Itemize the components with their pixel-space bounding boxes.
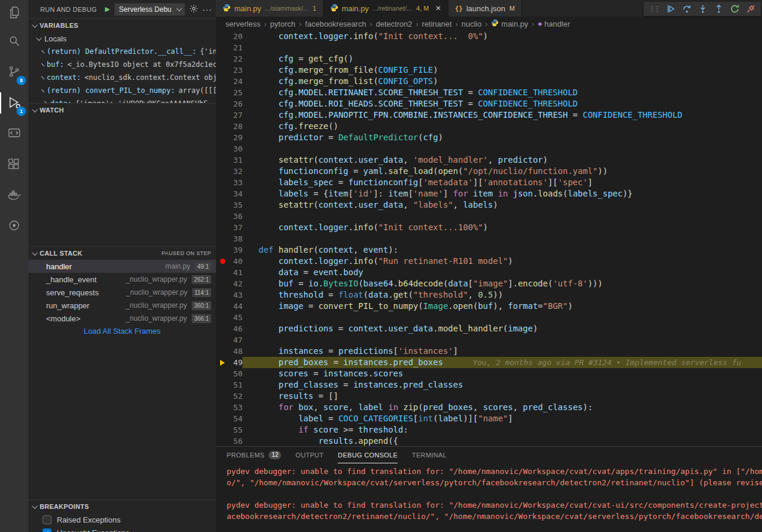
breadcrumb-item[interactable]: main.py [491,19,528,28]
code-line[interactable]: 38 [216,233,762,244]
step-over-icon[interactable] [682,4,692,14]
drag-grip-icon[interactable]: ⋮⋮ [648,5,660,13]
code-line[interactable]: 20 context.logger.info("Init context... … [216,31,762,42]
breadcrumb-item[interactable]: detectron2 [376,20,412,28]
panel-tab-problems[interactable]: PROBLEMS 12 [227,447,281,463]
code-line[interactable]: 43 threshold = float(data.get("threshold… [216,289,762,301]
breadcrumb-item[interactable]: facebookresearch [305,20,366,28]
breadcrumb-item[interactable]: pytorch [270,20,296,28]
panel-tab-output[interactable]: OUTPUT [295,447,324,463]
code-line[interactable]: 36 [216,211,762,222]
disconnect-icon[interactable] [745,4,756,14]
chevron-right-icon[interactable] [41,50,45,53]
code-line[interactable]: 27 cfg.MODEL.PANOPTIC_FPN.COMBINE.INSTAN… [216,109,762,121]
restart-icon[interactable] [729,4,740,14]
code-line[interactable]: 21 [216,42,762,53]
activity-extensions[interactable] [0,149,28,180]
editor-tab-siammask-main[interactable]: main.py .../siammask/... 1 [216,0,324,17]
variable-row[interactable]: (return) convert_PIL_to_numpy: array([[[… [28,84,216,97]
breakpoint-row[interactable]: ✓Uncaught Exceptions [28,526,216,532]
call-stack-header[interactable]: CALL STACK PAUSED ON STEP [28,246,216,260]
code-line[interactable]: 37 context.logger.info("Init context...1… [216,222,762,233]
activity-interactive[interactable] [0,211,28,241]
code-line[interactable]: 44 image = convert_PIL_to_numpy(Image.op… [216,301,762,312]
step-into-icon[interactable] [698,4,708,14]
load-all-stack-frames-link[interactable]: Load All Stack Frames [28,325,216,338]
code-line[interactable]: 47 [216,334,762,346]
code-line[interactable]: 29 predictor = DefaultPredictor(cfg) [216,132,762,143]
chevron-right-icon[interactable] [41,63,45,66]
panel-tab-terminal[interactable]: TERMINAL [412,447,447,463]
call-stack-frame[interactable]: _handle_event_nuclio_wrapper.py262:1 [28,273,216,286]
activity-remote-explorer[interactable] [0,118,28,149]
breadcrumb-item[interactable]: ◆handler [538,20,570,28]
code-line[interactable]: 48 instances = predictions['instances'] [216,346,762,357]
code-line[interactable]: 22 cfg = get_cfg() [216,53,762,65]
code-token [259,223,279,232]
debug-console-output[interactable]: pydev debugger: unable to find translati… [216,463,762,522]
code-line[interactable]: 25 cfg.MODEL.RETINANET.SCORE_THRESH_TEST… [216,87,762,98]
code-line[interactable]: 45 [216,312,762,323]
call-stack-frame[interactable]: run_wrapper_nuclio_wrapper.py360:1 [28,299,216,312]
breakpoint-row[interactable]: Raised Exceptions [28,513,216,526]
checkbox[interactable]: ✓ [43,528,51,532]
code-line[interactable]: 49 pred_boxes = instances.pred_boxesYou,… [216,357,762,368]
code-line[interactable]: 24 cfg.merge_from_list(CONFIG_OPTS) [216,76,762,87]
panel-tab-debug-console[interactable]: DEBUG CONSOLE [338,447,398,463]
code-line[interactable]: 42 buf = io.BytesIO(base64.b64decode(dat… [216,278,762,289]
code-line[interactable]: 33 labels_spec = functionconfig['metadat… [216,177,762,188]
breakpoint-icon[interactable] [220,259,225,264]
checkbox[interactable] [43,515,51,524]
code-line[interactable]: 55 if score >= threshold: [216,424,762,436]
continue-icon[interactable] [666,4,676,14]
code-line[interactable]: 39def handler(context, event): [216,244,762,256]
editor-tab-retinanet-main[interactable]: main.py .../retinanet/... 4, M ✕ [324,0,448,17]
call-stack-frame[interactable]: handlermain.py49:1 [28,260,216,273]
code-line[interactable]: 31 setattr(context.user_data, 'model_han… [216,154,762,166]
code-line[interactable]: 32 functionconfig = yaml.safe_load(open(… [216,166,762,177]
code-line[interactable]: 35 setattr(context.user_data, "labels", … [216,199,762,211]
code-line[interactable]: 56 results.append({ [216,436,762,447]
code-line[interactable]: 52 results = [] [216,391,762,402]
variable-row[interactable]: context: <nuclio_sdk.context.Context obj… [28,71,216,84]
code-line[interactable]: 46 predictions = context.user_data.model… [216,323,762,334]
code-line[interactable]: 53 for box, score, label in zip(pred_box… [216,402,762,413]
variable-row[interactable]: (return) DefaultPredictor.__call__: {'in… [28,45,216,58]
call-stack-frame[interactable]: <module>_nuclio_wrapper.py366:1 [28,312,216,325]
breadcrumb-item[interactable]: nuclio [461,20,482,28]
activity-explorer[interactable] [0,0,28,26]
activity-run-and-debug[interactable]: 1 [0,88,28,118]
scope-locals[interactable]: Locals [28,32,216,45]
breakpoints-header[interactable]: BREAKPOINTS [28,499,216,513]
step-out-icon[interactable] [713,4,724,14]
code-line[interactable]: 28 cfg.freeze() [216,121,762,132]
code-line[interactable]: 54 label = COCO_CATEGORIES[int(label)]["… [216,413,762,424]
call-stack-frame[interactable]: serve_requests_nuclio_wrapper.py114:1 [28,286,216,299]
code-editor[interactable]: 20 context.logger.info("Init context... … [216,31,762,447]
code-line[interactable]: 26 cfg.MODEL.ROI_HEADS.SCORE_THRESH_TEST… [216,98,762,109]
code-line[interactable]: 41 data = event.body [216,267,762,278]
variable-row[interactable]: data: {'image': 'iVBORw0KGgoAAAANSUhE… [28,97,216,103]
code-line[interactable]: 34 labels = {item['id']: item['name'] fo… [216,188,762,199]
start-debug-icon[interactable]: ▶ [105,6,110,12]
breadcrumb-item[interactable]: retinanet [422,20,452,28]
code-line[interactable]: 40 context.logger.info("Run retinanet-R1… [216,256,762,267]
chevron-right-icon[interactable] [41,89,45,92]
breadcrumb-item[interactable]: serverless [225,20,260,28]
activity-search[interactable] [0,26,28,57]
code-line[interactable]: 51 pred_classes = instances.pred_classes [216,379,762,391]
variable-row[interactable]: buf: <_io.BytesIO object at 0x7f5a2dc1ec… [28,58,216,71]
editor-tab-launch-json[interactable]: {} launch.json M [448,0,522,17]
activity-source-control[interactable]: 8 [0,57,28,88]
more-actions-icon[interactable]: ··· [202,5,212,14]
gear-icon[interactable] [189,4,198,15]
activity-docker[interactable] [0,180,28,211]
code-line[interactable]: 30 [216,143,762,154]
code-line[interactable]: 23 cfg.merge_from_file(CONFIG_FILE) [216,65,762,76]
launch-config-dropdown[interactable]: Serverless Debu [114,3,185,16]
close-icon[interactable]: ✕ [435,4,441,12]
variables-header[interactable]: VARIABLES [28,18,216,32]
code-line[interactable]: 50 scores = instances.scores [216,368,762,379]
chevron-right-icon[interactable] [41,76,45,79]
watch-header[interactable]: WATCH [28,103,216,117]
